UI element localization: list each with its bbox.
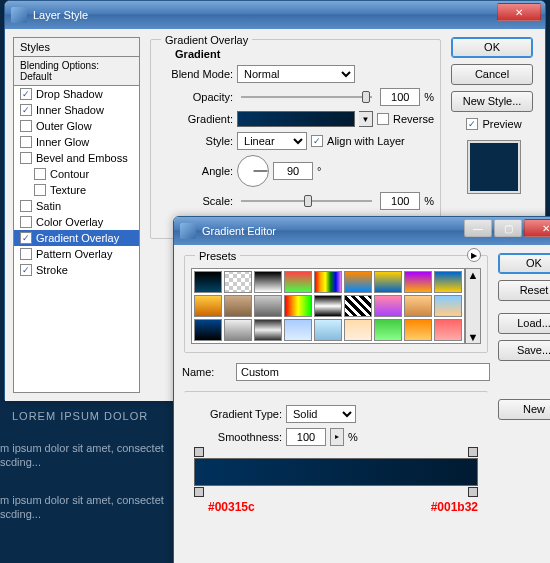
scale-slider[interactable]: [241, 200, 372, 202]
style-item[interactable]: Texture: [14, 182, 139, 198]
preset-swatch[interactable]: [404, 271, 432, 293]
style-checkbox[interactable]: [20, 136, 32, 148]
opacity-field[interactable]: [380, 88, 420, 106]
new-style-button[interactable]: New Style...: [451, 91, 533, 112]
preset-swatch[interactable]: [344, 271, 372, 293]
style-select[interactable]: Linear: [237, 132, 307, 150]
scale-field[interactable]: [380, 192, 420, 210]
preset-swatch[interactable]: [314, 271, 342, 293]
preset-swatch[interactable]: [404, 319, 432, 341]
style-item[interactable]: Gradient Overlay: [14, 230, 139, 246]
reset-button[interactable]: Reset: [498, 280, 550, 301]
preset-swatch[interactable]: [224, 271, 252, 293]
gradient-type-select[interactable]: Solid: [286, 405, 356, 423]
preset-swatch[interactable]: [314, 295, 342, 317]
cancel-button[interactable]: Cancel: [451, 64, 533, 85]
preset-swatch[interactable]: [224, 319, 252, 341]
panel-title: Gradient Overlay: [161, 34, 252, 46]
opacity-label: Opacity:: [165, 91, 233, 103]
style-checkbox[interactable]: [34, 168, 46, 180]
opacity-stop[interactable]: [468, 447, 478, 457]
preset-swatch[interactable]: [194, 295, 222, 317]
preset-swatch[interactable]: [284, 271, 312, 293]
bg-text: scding...: [0, 508, 41, 520]
style-checkbox[interactable]: [20, 120, 32, 132]
style-item[interactable]: Pattern Overlay: [14, 246, 139, 262]
angle-field[interactable]: [273, 162, 313, 180]
preset-swatch[interactable]: [434, 319, 462, 341]
preset-swatch[interactable]: [284, 319, 312, 341]
close-icon[interactable]: ✕: [497, 3, 541, 21]
minimize-icon[interactable]: —: [464, 219, 492, 237]
preset-swatch[interactable]: [254, 295, 282, 317]
style-item[interactable]: Outer Glow: [14, 118, 139, 134]
preset-swatch[interactable]: [314, 319, 342, 341]
style-checkbox[interactable]: [34, 184, 46, 196]
angle-dial[interactable]: [237, 155, 269, 187]
style-item[interactable]: Color Overlay: [14, 214, 139, 230]
smoothness-field[interactable]: [286, 428, 326, 446]
style-checkbox[interactable]: [20, 200, 32, 212]
style-checkbox[interactable]: [20, 88, 32, 100]
style-item[interactable]: Inner Glow: [14, 134, 139, 150]
name-field[interactable]: [236, 363, 490, 381]
preset-swatch[interactable]: [194, 271, 222, 293]
styles-list: Styles Blending Options: Default Drop Sh…: [13, 37, 140, 393]
preset-swatch[interactable]: [344, 295, 372, 317]
titlebar[interactable]: Layer Style ✕: [5, 1, 545, 29]
style-item[interactable]: Stroke: [14, 262, 139, 278]
titlebar[interactable]: Gradient Editor — ▢ ✕: [174, 217, 550, 245]
save-button[interactable]: Save...: [498, 340, 550, 361]
gradient-label: Gradient:: [165, 113, 233, 125]
style-checkbox[interactable]: [20, 104, 32, 116]
preset-swatch[interactable]: [344, 319, 372, 341]
align-label: Align with Layer: [327, 135, 405, 147]
preset-swatch[interactable]: [434, 295, 462, 317]
bg-text: m ipsum dolor sit amet, consectet: [0, 494, 164, 506]
opacity-slider[interactable]: [241, 96, 372, 98]
maximize-icon[interactable]: ▢: [494, 219, 522, 237]
preset-swatch[interactable]: [374, 295, 402, 317]
presets-menu-icon[interactable]: ▶: [467, 248, 481, 262]
style-item[interactable]: Bevel and Emboss: [14, 150, 139, 166]
preset-swatch[interactable]: [284, 295, 312, 317]
load-button[interactable]: Load...: [498, 313, 550, 334]
align-checkbox[interactable]: [311, 135, 323, 147]
color-stop[interactable]: [194, 487, 204, 497]
style-item[interactable]: Contour: [14, 166, 139, 182]
style-item[interactable]: Drop Shadow: [14, 86, 139, 102]
style-item[interactable]: Satin: [14, 198, 139, 214]
gradient-preview[interactable]: [237, 111, 355, 127]
preset-swatch[interactable]: [374, 319, 402, 341]
style-item[interactable]: Inner Shadow: [14, 102, 139, 118]
style-checkbox[interactable]: [20, 264, 32, 276]
new-button[interactable]: New: [498, 399, 550, 420]
preset-swatch[interactable]: [254, 271, 282, 293]
bg-text: scding...: [0, 456, 41, 468]
ok-button[interactable]: OK: [498, 253, 550, 274]
style-checkbox[interactable]: [20, 152, 32, 164]
style-checkbox[interactable]: [20, 248, 32, 260]
preset-swatch[interactable]: [194, 319, 222, 341]
preset-scrollbar[interactable]: ▲▼: [465, 268, 481, 344]
preset-swatch[interactable]: [254, 319, 282, 341]
styles-header[interactable]: Styles: [14, 38, 139, 57]
blending-options-header[interactable]: Blending Options: Default: [14, 57, 139, 86]
color-stop[interactable]: [468, 487, 478, 497]
gradient-bar[interactable]: [194, 458, 478, 486]
blend-mode-select[interactable]: Normal: [237, 65, 355, 83]
reverse-checkbox[interactable]: [377, 113, 389, 125]
preset-swatch[interactable]: [434, 271, 462, 293]
preview-checkbox[interactable]: [466, 118, 478, 130]
gradient-dropdown-icon[interactable]: ▼: [359, 111, 373, 127]
opacity-stop[interactable]: [194, 447, 204, 457]
blend-mode-label: Blend Mode:: [165, 68, 233, 80]
preset-swatch[interactable]: [404, 295, 432, 317]
close-icon[interactable]: ✕: [524, 219, 550, 237]
smoothness-menu-icon[interactable]: ▸: [330, 428, 344, 446]
ok-button[interactable]: OK: [451, 37, 533, 58]
preset-swatch[interactable]: [224, 295, 252, 317]
style-checkbox[interactable]: [20, 216, 32, 228]
preset-swatch[interactable]: [374, 271, 402, 293]
style-checkbox[interactable]: [20, 232, 32, 244]
